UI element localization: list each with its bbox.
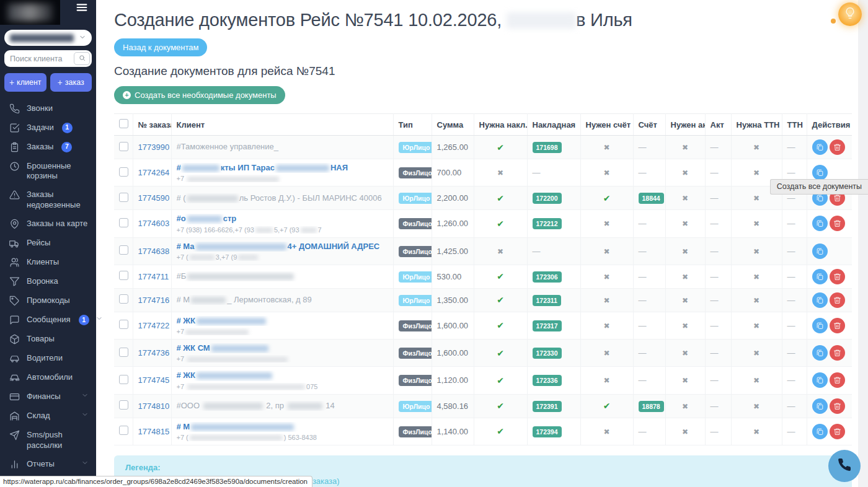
- row-checkbox[interactable]: [119, 167, 128, 177]
- search-button[interactable]: [74, 52, 90, 65]
- row-checkbox[interactable]: [119, 348, 128, 357]
- create-documents-button[interactable]: [812, 139, 828, 155]
- sidebar-item[interactable]: Клиенты: [0, 253, 96, 273]
- add-client-button[interactable]: +клиент: [4, 73, 46, 92]
- client-name[interactable]: # М: [177, 422, 388, 432]
- truck-icon: [9, 238, 20, 249]
- create-documents-button[interactable]: [812, 165, 828, 180]
- search-input[interactable]: [6, 55, 74, 63]
- sidebar-item[interactable]: Заказы на карте: [0, 215, 96, 234]
- delete-documents-button[interactable]: [830, 372, 845, 388]
- sidebar-item[interactable]: Финансы: [0, 388, 96, 407]
- empty-dash: —: [787, 168, 795, 177]
- empty-dash: —: [711, 219, 719, 228]
- order-number-link[interactable]: 1774264: [138, 168, 170, 177]
- sidebar-item[interactable]: Брошенные корзины: [0, 157, 96, 186]
- delete-documents-button[interactable]: [830, 424, 845, 439]
- sidebar-item[interactable]: Отчеты: [0, 455, 96, 474]
- order-number-link[interactable]: 1774590: [138, 193, 170, 203]
- row-checkbox[interactable]: [119, 245, 128, 255]
- row-checkbox[interactable]: [119, 375, 128, 384]
- client-name[interactable]: # Ма4+ ДОМАШНИЙ АДРЕС: [177, 242, 388, 252]
- call-fab-button[interactable]: [828, 450, 861, 482]
- sidebar-item[interactable]: Рейсы: [0, 234, 96, 253]
- row-actions: [812, 292, 848, 308]
- order-number-link[interactable]: 1774736: [138, 348, 170, 358]
- sidebar-item[interactable]: Заказы недовезенные: [0, 186, 96, 215]
- empty-dash: —: [711, 272, 719, 281]
- sidebar-item-label: Заказы: [27, 142, 53, 152]
- row-checkbox[interactable]: [119, 271, 128, 280]
- cross-icon: ✖: [603, 273, 609, 281]
- sidebar-item-label: Автомобили: [27, 372, 73, 383]
- sidebar-item[interactable]: Звонки: [0, 99, 96, 118]
- sidebar-item[interactable]: Водители: [0, 349, 96, 369]
- cross-icon: ✖: [753, 219, 760, 228]
- create-documents-button[interactable]: [812, 318, 828, 333]
- create-documents-button[interactable]: [812, 292, 828, 308]
- sidebar-item[interactable]: Задачи1: [0, 118, 96, 138]
- create-all-documents-button[interactable]: + Создать все необходимые документы: [114, 86, 285, 104]
- sidebar-item[interactable]: Автомобили: [0, 369, 96, 388]
- organization-select[interactable]: [4, 30, 92, 46]
- row-checkbox[interactable]: [119, 193, 128, 202]
- sidebar-item[interactable]: Сообщения1: [0, 311, 96, 330]
- empty-dash: —: [639, 321, 647, 330]
- delete-documents-button[interactable]: [830, 139, 845, 155]
- delete-documents-button[interactable]: [830, 398, 845, 414]
- row-checkbox[interactable]: [119, 426, 128, 435]
- order-number-link[interactable]: 1774716: [138, 296, 170, 305]
- table-row: 1774638# Ма4+ ДОМАШНИЙ АДРЕС+7 (3,+7 (9Ф…: [114, 237, 852, 265]
- sidebar-item[interactable]: Заказы7: [0, 138, 96, 157]
- sidebar-item[interactable]: Склад: [0, 407, 96, 426]
- client-phones: +7: [177, 175, 388, 182]
- client-name[interactable]: # ЖК: [177, 316, 388, 326]
- row-checkbox[interactable]: [119, 400, 128, 410]
- check-icon: ✔: [497, 219, 504, 229]
- order-number-link[interactable]: 1774815: [138, 427, 170, 436]
- delete-documents-button[interactable]: [830, 345, 845, 361]
- order-number-link[interactable]: 1774711: [138, 272, 169, 281]
- select-all-checkbox[interactable]: [119, 119, 128, 128]
- order-number-link[interactable]: 1774638: [138, 247, 170, 256]
- menu-toggle-icon[interactable]: [75, 1, 89, 17]
- sidebar-item[interactable]: Sms/push рассылки: [0, 426, 96, 455]
- create-documents-button[interactable]: [812, 372, 828, 388]
- hint-lightbulb-button[interactable]: [838, 2, 862, 26]
- sidebar-item[interactable]: Товары: [0, 330, 96, 349]
- back-to-documents-button[interactable]: Назад к документам: [114, 38, 207, 56]
- client-name[interactable]: #кты ИП ТарасНАЯ: [177, 163, 388, 173]
- row-checkbox[interactable]: [119, 294, 128, 304]
- column-header: Счёт: [633, 114, 665, 136]
- create-documents-button[interactable]: [812, 269, 828, 284]
- client-name[interactable]: # ЖК: [177, 371, 388, 380]
- create-documents-button[interactable]: [812, 424, 828, 439]
- order-number-link[interactable]: 1774810: [138, 401, 170, 411]
- delete-documents-button[interactable]: [830, 216, 845, 231]
- create-documents-button[interactable]: [812, 345, 828, 361]
- order-number-link[interactable]: 1774603: [138, 219, 170, 228]
- cross-icon: ✖: [753, 428, 760, 436]
- row-checkbox[interactable]: [119, 218, 128, 227]
- sidebar-item[interactable]: Воронка: [0, 273, 96, 292]
- delete-documents-button[interactable]: [830, 269, 845, 284]
- row-checkbox[interactable]: [119, 320, 128, 329]
- order-number-link[interactable]: 1774722: [138, 321, 170, 330]
- client-name[interactable]: #остр: [177, 214, 388, 224]
- create-documents-button[interactable]: [812, 216, 828, 231]
- row-checkbox[interactable]: [119, 142, 128, 151]
- client-name[interactable]: # ЖК СМ: [177, 343, 388, 353]
- client-phones: +7 075: [177, 383, 388, 390]
- empty-dash: —: [711, 348, 719, 358]
- order-number-link[interactable]: 1773990: [138, 143, 170, 152]
- create-documents-button[interactable]: [812, 398, 828, 414]
- delete-documents-button[interactable]: [830, 292, 845, 308]
- scrollbar-track[interactable]: [858, 0, 868, 487]
- clock-icon: [9, 161, 20, 172]
- add-order-button[interactable]: +заказ: [50, 73, 92, 92]
- delete-documents-button[interactable]: [830, 318, 845, 333]
- redacted-text: [191, 297, 226, 304]
- order-number-link[interactable]: 1774745: [138, 375, 170, 385]
- create-documents-button[interactable]: [812, 244, 828, 259]
- sidebar-item[interactable]: Промокоды: [0, 292, 96, 311]
